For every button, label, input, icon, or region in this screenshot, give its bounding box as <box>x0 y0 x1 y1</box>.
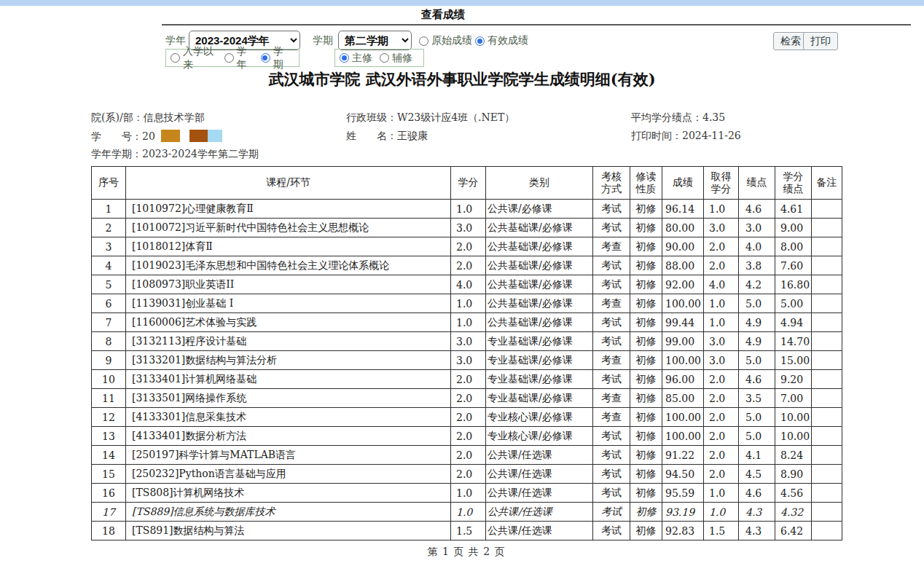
table-cell: 4.94 <box>775 313 812 332</box>
print-time-value: 2024-11-26 <box>682 130 741 141</box>
radio-original-score-label[interactable]: 原始成绩 <box>431 34 472 47</box>
top-accent-bar <box>0 0 924 6</box>
table-cell <box>812 389 842 408</box>
term-field-value: 2023-2024学年第二学期 <box>142 148 259 160</box>
table-row: 9[3133201]数据结构与算法分析3.0专业基础课/必修课考查初修100.0… <box>92 351 842 370</box>
radio-major[interactable] <box>340 53 349 63</box>
table-cell: [1080973]职业英语II <box>126 275 451 294</box>
table-cell: 专业基础课/必修课 <box>486 332 593 351</box>
table-row: 11[3133501]网络操作系统2.0专业基础课/必修课考查初修85.002.… <box>92 389 842 408</box>
table-cell: 2.0 <box>704 446 739 465</box>
student-id-redaction-2 <box>189 130 208 142</box>
table-cell: 5.0 <box>739 351 775 370</box>
column-header: 成绩 <box>662 167 704 200</box>
table-cell: 公共课/任选课 <box>486 503 593 522</box>
table-cell: [250197]科学计算与MATLAB语言 <box>126 446 451 465</box>
class-label: 行政班级： <box>346 111 397 123</box>
table-cell: 8 <box>92 332 126 351</box>
table-cell: 1.0 <box>704 313 739 332</box>
radio-minor-label[interactable]: 辅修 <box>392 52 412 65</box>
table-cell: 4.3 <box>739 503 775 522</box>
table-cell: [TS889]信息系统与数据库技术 <box>126 503 451 522</box>
table-cell: 考试 <box>593 332 630 351</box>
column-header: 学分 绩点 <box>775 167 812 200</box>
table-cell: 94.50 <box>662 465 704 484</box>
table-cell: 5.0 <box>739 294 775 313</box>
table-cell: 考查 <box>593 351 630 370</box>
table-cell: 85.00 <box>662 389 704 408</box>
table-cell: 4.56 <box>775 484 812 503</box>
column-header: 取得 学分 <box>704 167 739 200</box>
column-header: 考核 方式 <box>593 167 630 200</box>
table-cell: 10.00 <box>775 408 812 427</box>
table-cell: 1.0 <box>704 503 739 522</box>
table-cell: 3.0 <box>704 332 739 351</box>
table-cell: 1.0 <box>704 200 739 219</box>
grades-table-header: 序号课程/环节学分类别考核 方式修读 性质成绩取得 学分绩点学分 绩点备注 <box>92 167 842 200</box>
table-cell: [4133301]信息采集技术 <box>126 408 451 427</box>
column-header: 类别 <box>486 167 593 200</box>
table-cell: [3132113]程序设计基础 <box>126 332 451 351</box>
student-id-redaction-3 <box>208 130 222 142</box>
table-cell: 1.5 <box>704 522 739 540</box>
table-cell: 2.0 <box>704 427 739 446</box>
radio-since-enrollment-label[interactable]: 入学以来 <box>183 45 217 71</box>
table-cell: 4.6 <box>739 484 775 503</box>
term-select[interactable]: 第二学期 <box>338 31 412 50</box>
gpa-label: 平均学分绩点： <box>631 111 702 123</box>
table-cell: [3133401]计算机网络基础 <box>126 370 451 389</box>
table-cell: [250232]Python语言基础与应用 <box>126 465 451 484</box>
radio-since-enrollment[interactable] <box>171 53 180 63</box>
table-cell: 公共基础课/必修课 <box>486 237 593 256</box>
table-row: 8[3132113]程序设计基础3.0专业基础课/必修课考试初修99.003.0… <box>92 332 842 351</box>
radio-original-score[interactable] <box>419 36 428 46</box>
table-cell: 3.0 <box>739 219 775 237</box>
table-cell: 初修 <box>630 294 662 313</box>
radio-minor[interactable] <box>380 53 389 63</box>
table-cell: 91.22 <box>662 446 704 465</box>
table-cell: 公共课/任选课 <box>486 484 593 503</box>
table-cell: 3.0 <box>451 351 486 370</box>
table-row: 14[250197]科学计算与MATLAB语言2.0公共课/任选课考试初修91.… <box>92 446 842 465</box>
table-cell: 2.0 <box>704 256 739 275</box>
radio-valid-score-label[interactable]: 有效成绩 <box>488 34 528 47</box>
column-header: 绩点 <box>739 167 775 200</box>
table-cell: 2.0 <box>704 237 739 256</box>
table-row: 3[1018012]体育Ⅱ2.0公共基础课/必修课考查初修90.002.04.0… <box>92 237 842 256</box>
table-cell: 考查 <box>593 408 630 427</box>
table-cell: 考查 <box>593 237 630 256</box>
department-field: 院(系)/部：信息技术学部 <box>91 111 205 125</box>
table-cell <box>812 370 842 389</box>
table-cell: 公共基础课/必修课 <box>486 256 593 275</box>
table-row: 13[4133401]数据分析方法2.0专业核心课/必修课考试初修100.002… <box>92 427 842 446</box>
table-cell: 3 <box>92 237 126 256</box>
print-button[interactable]: 打印 <box>803 32 838 50</box>
table-row: 2[1010072]习近平新时代中国特色社会主义思想概论3.0公共基础课/必修课… <box>92 219 842 237</box>
table-cell: 2.0 <box>704 408 739 427</box>
radio-scope-term-label[interactable]: 学期 <box>273 45 290 71</box>
table-cell: 10.00 <box>775 427 812 446</box>
table-cell <box>812 219 842 237</box>
radio-major-label[interactable]: 主修 <box>352 52 372 65</box>
radio-scope-year-label[interactable]: 学年 <box>237 45 254 71</box>
radio-scope-year[interactable] <box>224 53 234 63</box>
table-cell: 88.00 <box>662 256 704 275</box>
table-cell <box>812 465 842 484</box>
table-cell: 1.5 <box>451 522 486 540</box>
table-cell: 9.00 <box>775 219 812 237</box>
table-cell <box>812 446 842 465</box>
table-row: 10[3133401]计算机网络基础2.0专业基础课/必修课考试初修96.002… <box>92 370 842 389</box>
radio-valid-score[interactable] <box>475 36 485 46</box>
table-cell: 初修 <box>630 427 662 446</box>
page-indicator: 第 1 页 共 2 页 <box>91 546 842 559</box>
table-cell: 初修 <box>630 200 662 219</box>
table-cell: 2.0 <box>451 370 486 389</box>
print-time-label: 打印时间： <box>631 130 682 141</box>
table-cell <box>812 408 842 427</box>
table-cell: 5.0 <box>739 427 775 446</box>
radio-scope-term[interactable] <box>261 53 270 63</box>
table-cell: [1160006]艺术体验与实践 <box>126 313 451 332</box>
student-name-label: 姓 名： <box>346 130 397 141</box>
table-cell: [1010072]习近平新时代中国特色社会主义思想概论 <box>126 219 451 237</box>
table-cell: 4.3 <box>739 522 775 540</box>
